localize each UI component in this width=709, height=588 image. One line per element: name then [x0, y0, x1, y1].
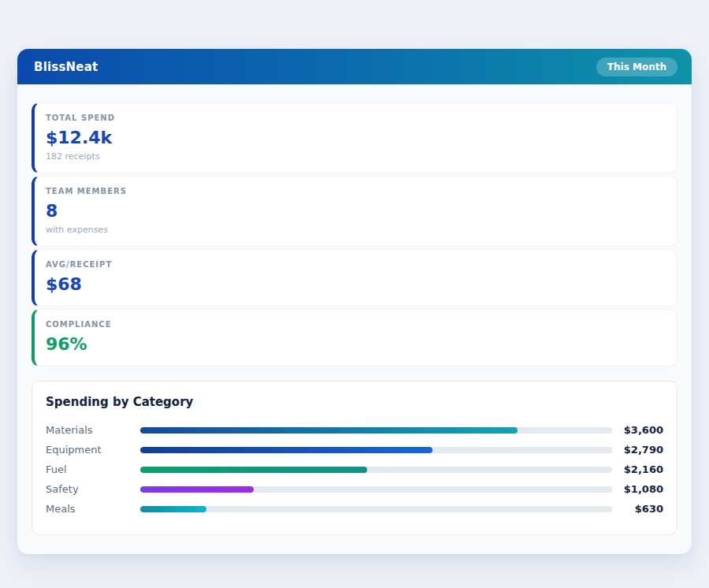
stat-value: $12.4k [46, 127, 663, 148]
category-row-equipment: Equipment $2,790 [46, 440, 663, 460]
category-label: Equipment [46, 444, 140, 456]
stat-value: 8 [46, 200, 663, 221]
app-header: BlissNeat This Month [17, 49, 692, 84]
page-background: BlissNeat This Month TOTAL SPEND $12.4k … [0, 0, 709, 588]
category-value: $2,790 [612, 444, 663, 456]
bar-track [140, 447, 612, 453]
stat-value: 96% [46, 333, 663, 355]
stat-card-total-spend: TOTAL SPEND $12.4k 182 receipts [32, 102, 677, 173]
stat-subtext: with expenses [46, 225, 663, 235]
bar-fill-meals [140, 506, 206, 512]
category-label: Materials [46, 424, 140, 436]
bar-fill-materials [140, 427, 518, 434]
category-label: Safety [46, 483, 140, 495]
bar-track [140, 467, 612, 473]
app-title: BlissNeat [34, 60, 98, 74]
bar-track [140, 486, 612, 493]
category-value: $3,600 [612, 424, 663, 436]
bar-fill-fuel [140, 467, 367, 473]
category-label: Fuel [46, 463, 140, 475]
stat-label: AVG/RECEIPT [46, 260, 663, 269]
stat-label: COMPLIANCE [46, 320, 663, 329]
expense-dashboard-card: BlissNeat This Month TOTAL SPEND $12.4k … [17, 49, 692, 554]
stat-card-compliance: COMPLIANCE 96% [32, 309, 677, 367]
section-title: Spending by Category [46, 395, 663, 409]
period-badge[interactable]: This Month [596, 58, 677, 76]
category-value: $2,160 [612, 463, 663, 475]
category-row-safety: Safety $1,080 [46, 479, 663, 499]
category-row-fuel: Fuel $2,160 [46, 460, 663, 479]
category-value: $1,080 [612, 483, 663, 495]
stat-value: $68 [46, 274, 663, 295]
bar-fill-safety [140, 486, 254, 493]
stat-card-team-members: TEAM MEMBERS 8 with expenses [32, 176, 677, 247]
category-label: Meals [46, 503, 140, 515]
stat-label: TOTAL SPEND [46, 114, 663, 122]
stat-label: TEAM MEMBERS [46, 187, 663, 195]
bar-track [140, 427, 612, 434]
category-row-materials: Materials $3,600 [46, 420, 663, 440]
category-value: $630 [612, 503, 663, 515]
stats-list: TOTAL SPEND $12.4k 182 receipts TEAM MEM… [32, 102, 677, 367]
spending-by-category-card: Spending by Category Materials $3,600 Eq… [32, 381, 677, 535]
bar-track [140, 506, 612, 512]
dashboard-content: TOTAL SPEND $12.4k 182 receipts TEAM MEM… [17, 84, 692, 554]
category-row-meals: Meals $630 [46, 499, 663, 519]
bar-fill-equipment [140, 447, 432, 453]
stat-card-avg-receipt: AVG/RECEIPT $68 [32, 249, 677, 307]
stat-subtext: 182 receipts [46, 151, 663, 162]
